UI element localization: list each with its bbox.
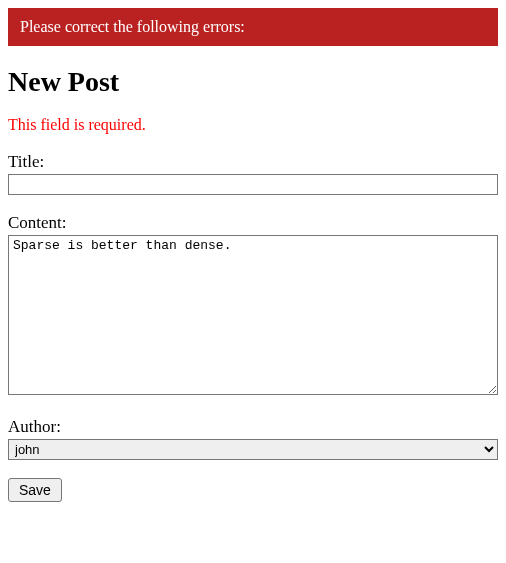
save-button[interactable]: Save — [8, 478, 62, 502]
author-label: Author: — [8, 417, 498, 437]
content-textarea[interactable]: Sparse is better than dense. — [8, 235, 498, 395]
page-title: New Post — [8, 66, 498, 98]
content-group: Content: Sparse is better than dense. — [8, 213, 498, 399]
content-label: Content: — [8, 213, 498, 233]
new-post-form: Title: Content: Sparse is better than de… — [8, 152, 498, 502]
title-input[interactable] — [8, 174, 498, 195]
title-label: Title: — [8, 152, 498, 172]
author-select[interactable]: john — [8, 439, 498, 460]
author-group: Author: john — [8, 417, 498, 460]
error-banner: Please correct the following errors: — [8, 8, 498, 46]
title-group: Title: — [8, 152, 498, 195]
field-error-message: This field is required. — [8, 116, 498, 134]
